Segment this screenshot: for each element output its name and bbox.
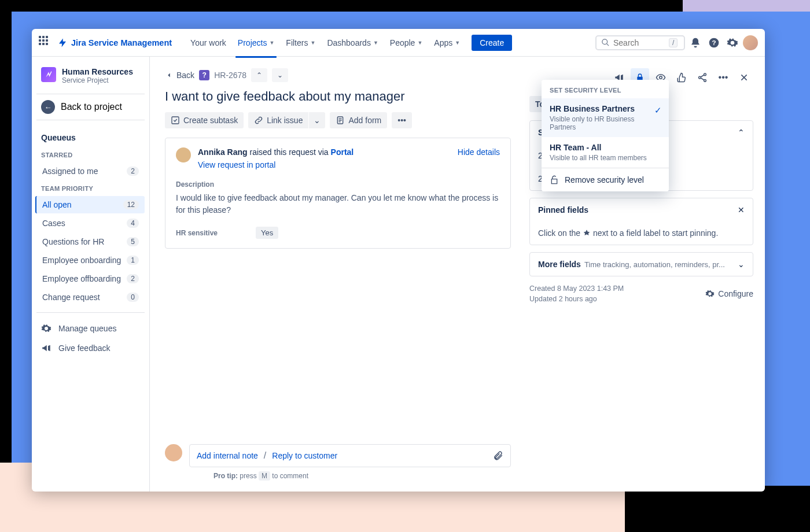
description-label: Description (176, 180, 500, 189)
security-option-hr-partners[interactable]: HR Business Partners Visible only to HR … (542, 98, 669, 137)
remove-security-level[interactable]: Remove security level (542, 168, 669, 191)
sidebar-item-offboarding[interactable]: Employee offboarding2 (36, 270, 145, 287)
sidebar-item-cases[interactable]: Cases4 (36, 215, 145, 232)
count-badge: 0 (127, 293, 139, 302)
notifications-icon[interactable] (687, 35, 704, 51)
protip-text: Pro tip: press M to comment (213, 472, 511, 480)
chevron-down-icon: ▼ (310, 40, 315, 46)
chevron-down-icon: ▼ (455, 40, 460, 46)
starred-section-label: STARRED (36, 147, 145, 162)
chevron-left-icon (165, 71, 173, 79)
back-link[interactable]: Back (165, 71, 194, 80)
more-icon[interactable]: ••• (714, 68, 732, 87)
breadcrumb: Back ? HR-2678 ⌃ ⌄ (165, 68, 511, 82)
slash-hint: / (669, 38, 678, 47)
app-switcher-icon[interactable] (39, 36, 53, 50)
help-icon[interactable]: ? (706, 35, 722, 51)
nav-filters[interactable]: Filters▼ (281, 36, 320, 50)
settings-icon[interactable] (724, 35, 741, 51)
sidebar-item-change[interactable]: Change request0 (36, 289, 145, 306)
search-icon (601, 38, 610, 47)
sidebar-item-questions[interactable]: Questions for HR5 (36, 233, 145, 250)
product-logo[interactable]: Jira Service Management (57, 38, 172, 48)
count-badge: 2 (127, 167, 139, 176)
count-badge: 12 (123, 200, 139, 209)
issue-key[interactable]: HR-2678 (214, 71, 246, 80)
link-icon (254, 116, 263, 125)
popup-heading: SET SECURITY LEVEL (542, 80, 669, 98)
create-subtask-button[interactable]: Create subtask (165, 112, 244, 128)
nav-dashboards[interactable]: Dashboards▼ (322, 36, 382, 50)
project-icon (41, 67, 56, 82)
count-badge: 4 (127, 219, 139, 228)
subtask-icon (171, 116, 180, 125)
next-issue-button[interactable]: ⌄ (272, 68, 288, 82)
security-level-popup: SET SECURITY LEVEL HR Business Partners … (542, 80, 669, 191)
close-icon[interactable]: ✕ (738, 205, 745, 215)
back-arrow-icon: ← (41, 100, 55, 114)
description-text: I would like to give feedback about my m… (176, 192, 500, 216)
svg-line-14 (701, 78, 704, 80)
chevron-down-icon: ▼ (269, 40, 274, 46)
prev-issue-button[interactable]: ⌃ (251, 68, 267, 82)
app-window: Jira Service Management Your work Projec… (32, 29, 765, 492)
current-user-avatar (165, 444, 182, 461)
sidebar-item-onboarding[interactable]: Employee onboarding1 (36, 252, 145, 269)
chevron-up-icon: ⌃ (738, 128, 745, 137)
configure-link[interactable]: Configure (705, 289, 753, 298)
sidebar-item-assigned[interactable]: Assigned to me2 (36, 162, 145, 180)
project-type: Service Project (62, 76, 133, 84)
topbar: Jira Service Management Your work Projec… (32, 29, 765, 57)
more-fields-panel[interactable]: More fieldsTime tracking, automation, re… (529, 252, 753, 276)
chevron-down-icon: ▼ (417, 40, 422, 46)
link-issue-dropdown[interactable]: ⌄ (308, 112, 325, 128)
nav-people[interactable]: People▼ (385, 36, 428, 50)
chevron-down-icon: ▼ (373, 40, 378, 46)
attachment-icon[interactable] (493, 450, 503, 461)
search-input[interactable] (613, 38, 665, 47)
back-to-project[interactable]: ← Back to project (36, 94, 145, 120)
manage-queues[interactable]: Manage queues (36, 319, 145, 338)
project-header[interactable]: Human Resources Service Project (36, 65, 145, 91)
product-name: Jira Service Management (71, 38, 172, 47)
bolt-icon (57, 38, 68, 48)
chevron-down-icon: ⌄ (314, 116, 321, 125)
gear-icon (41, 323, 51, 334)
project-name: Human Resources (62, 67, 133, 76)
reply-to-customer-link[interactable]: Reply to customer (272, 451, 337, 460)
search-box[interactable]: / (595, 35, 685, 50)
svg-text:?: ? (712, 39, 716, 46)
svg-rect-4 (172, 117, 179, 124)
nav-projects[interactable]: Projects▼ (233, 36, 279, 50)
comment-box[interactable]: Add internal note / Reply to customer (189, 444, 511, 467)
sidebar-item-all-open[interactable]: All open12 (35, 196, 145, 213)
pinned-header[interactable]: Pinned fields✕ (530, 198, 753, 221)
unlock-icon (550, 175, 559, 184)
add-internal-note-link[interactable]: Add internal note (197, 451, 258, 460)
issue-type-icon: ? (199, 70, 209, 80)
form-icon (336, 116, 345, 125)
vote-icon[interactable] (672, 68, 691, 87)
requester-avatar (176, 147, 191, 162)
pin-icon (583, 229, 591, 237)
check-icon: ✓ (654, 105, 662, 116)
count-badge: 1 (127, 256, 139, 265)
pinned-hint: Click on the next to a field label to st… (530, 221, 753, 245)
nav-apps[interactable]: Apps▼ (429, 36, 465, 50)
nav-your-work[interactable]: Your work (186, 36, 231, 50)
create-button[interactable]: Create (472, 35, 512, 51)
share-icon[interactable] (693, 68, 712, 87)
link-issue-button[interactable]: Link issue (248, 112, 308, 128)
issue-center: Back ? HR-2678 ⌃ ⌄ I want to give feedba… (150, 57, 526, 492)
more-actions-button[interactable]: ••• (392, 112, 412, 128)
close-icon[interactable] (735, 68, 753, 87)
more-icon: ••• (397, 116, 406, 125)
add-form-button[interactable]: Add form (330, 112, 387, 128)
give-feedback[interactable]: Give feedback (36, 338, 145, 358)
view-in-portal-link[interactable]: View request in portal (198, 160, 275, 169)
security-option-hr-team[interactable]: HR Team - All Visible to all HR team mem… (542, 137, 669, 168)
hide-details-link[interactable]: Hide details (458, 147, 500, 157)
pinned-fields-panel: Pinned fields✕ Click on the next to a fi… (529, 198, 753, 245)
requester-text: Annika Rang raised this request via Port… (198, 147, 451, 157)
user-avatar[interactable] (743, 35, 758, 50)
